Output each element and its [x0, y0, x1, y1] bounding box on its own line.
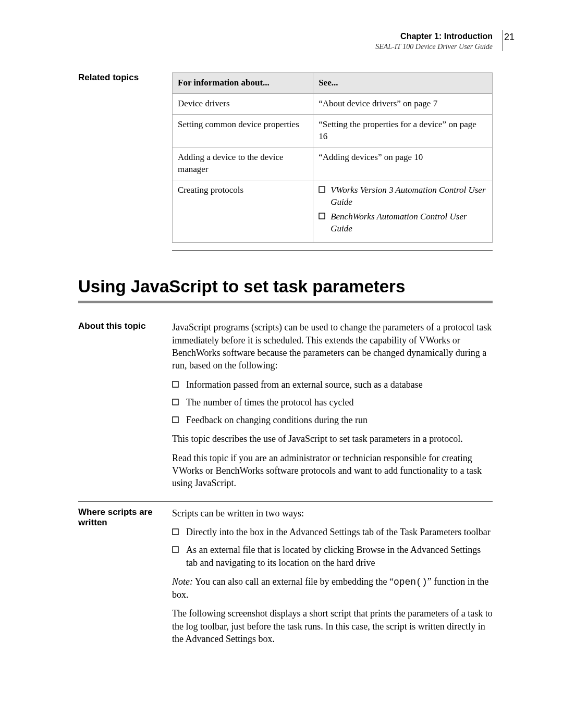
where-scripts-label: Where scripts are written [78, 507, 172, 528]
col-header-about: For information about... [173, 72, 313, 93]
where-scripts-block: Where scripts are written Scripts can be… [78, 501, 493, 652]
about-cell: Device drivers [173, 93, 313, 114]
list-item: VWorks Version 3 Automation Control User… [319, 184, 487, 208]
see-cell: “Setting the properties for a device” on… [313, 114, 493, 147]
list-item: Information passed from an external sour… [172, 378, 493, 391]
svg-rect-0 [319, 187, 325, 192]
see-cell: “About device drivers” on page 7 [313, 93, 493, 114]
code-literal: open() [394, 577, 427, 587]
svg-rect-2 [173, 381, 178, 387]
svg-rect-5 [173, 529, 178, 535]
svg-rect-1 [319, 213, 325, 219]
square-bullet-icon [319, 186, 325, 193]
note-text: Note: You can also call an external file… [172, 575, 493, 601]
square-bullet-icon [172, 528, 179, 535]
body-text: The following screenshot displays a shor… [172, 607, 493, 645]
bullet-text: Directly into the box in the Advanced Se… [186, 526, 491, 538]
list-item: BenchWorks Automation Control User Guide [319, 211, 487, 235]
where-scripts-content: Scripts can be written in two ways: Dire… [172, 507, 493, 652]
list-item: Directly into the box in the Advanced Se… [172, 526, 493, 538]
table-row: Device drivers “About device drivers” on… [173, 93, 493, 114]
bullet-list: Directly into the box in the Advanced Se… [172, 526, 493, 569]
body-text: JavaScript programs (scripts) can be use… [172, 321, 493, 372]
see-cell: “Adding devices” on page 10 [313, 147, 493, 180]
related-topics-content: For information about... See... Device d… [172, 72, 493, 251]
square-bullet-icon [172, 381, 179, 388]
note-label: Note: [172, 576, 193, 587]
svg-rect-3 [173, 399, 178, 405]
guide-name: BenchWorks Automation Control User Guide [331, 211, 487, 235]
bullet-text: As an external file that is located by c… [186, 544, 493, 569]
related-topics-label: Related topics [78, 72, 172, 83]
square-bullet-icon [172, 546, 179, 553]
section-heading: Using JavaScript to set task parameters [78, 277, 493, 297]
about-this-topic-block: About this topic JavaScript programs (sc… [78, 316, 493, 496]
bullet-text: Feedback on changing conditions during t… [186, 414, 368, 426]
bullet-text: The number of times the protocol has cyc… [186, 396, 353, 409]
page-header: Chapter 1: Introduction SEAL-IT 100 Devi… [78, 31, 493, 52]
list-item: The number of times the protocol has cyc… [172, 396, 493, 409]
related-topics-block: Related topics For information about... … [78, 72, 493, 251]
about-topic-content: JavaScript programs (scripts) can be use… [172, 321, 493, 496]
about-cell: Creating protocols [173, 180, 313, 243]
square-bullet-icon [172, 399, 179, 405]
bullet-text: Information passed from an external sour… [186, 378, 423, 391]
chapter-label: Chapter 1: Introduction [78, 31, 493, 42]
about-cell: Adding a device to the device manager [173, 147, 313, 180]
square-bullet-icon [319, 213, 325, 219]
list-item: As an external file that is located by c… [172, 544, 493, 569]
guide-name: VWorks Version 3 Automation Control User… [331, 184, 487, 208]
svg-rect-6 [173, 547, 178, 552]
square-bullet-icon [172, 416, 179, 423]
heading-underline [78, 301, 493, 303]
col-header-see: See... [313, 72, 493, 93]
svg-rect-4 [173, 417, 178, 423]
body-text: Scripts can be written in two ways: [172, 507, 493, 520]
table-row: Creating protocols VWorks Version 3 Auto… [173, 180, 493, 243]
about-cell: Setting common device properties [173, 114, 313, 147]
note-pre: You can also call an external file by em… [193, 576, 394, 587]
see-cell: VWorks Version 3 Automation Control User… [313, 180, 493, 243]
body-text: This topic describes the use of JavaScri… [172, 433, 493, 445]
about-topic-label: About this topic [78, 321, 172, 331]
related-topics-table: For information about... See... Device d… [172, 72, 493, 243]
table-row: Setting common device properties “Settin… [173, 114, 493, 147]
header-divider [503, 30, 503, 51]
body-text: Read this topic if you are an administra… [172, 452, 493, 490]
page: Chapter 1: Introduction SEAL-IT 100 Devi… [0, 0, 563, 728]
bullet-list: Information passed from an external sour… [172, 378, 493, 427]
list-item: Feedback on changing conditions during t… [172, 414, 493, 426]
table-row: Adding a device to the device manager “A… [173, 147, 493, 180]
page-number: 21 [504, 31, 515, 43]
guide-label: SEAL-IT 100 Device Driver User Guide [78, 42, 493, 52]
end-rule [172, 250, 493, 251]
